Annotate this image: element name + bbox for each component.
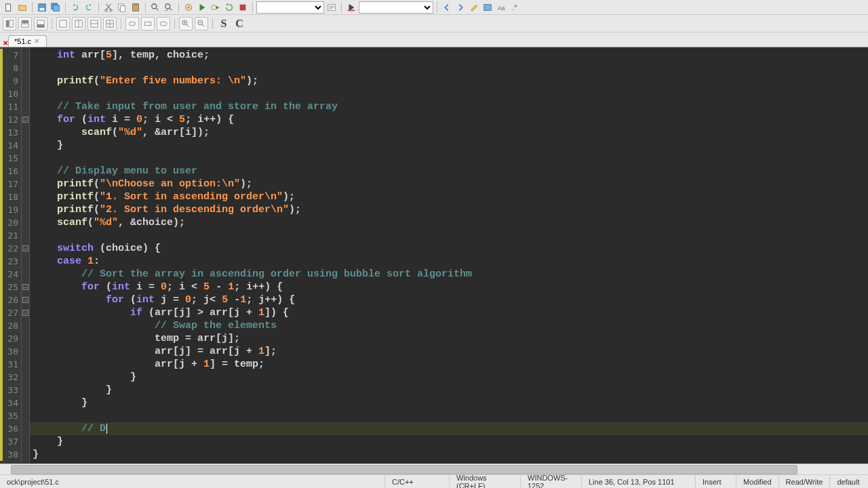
svg-rect-22 xyxy=(6,20,9,27)
svg-rect-8 xyxy=(120,5,125,12)
save-icon[interactable] xyxy=(36,1,48,14)
status-encoding[interactable]: WINDOWS-1252 xyxy=(521,475,582,488)
close-all-tabs-icon[interactable]: ✕ xyxy=(3,39,8,47)
paste-icon[interactable] xyxy=(130,1,142,14)
abort-icon[interactable] xyxy=(237,1,249,14)
target-dropdown[interactable] xyxy=(256,1,324,14)
shape3-icon[interactable] xyxy=(157,17,170,30)
replace-icon[interactable] xyxy=(163,1,175,14)
toolbar-separator xyxy=(65,2,66,13)
svg-rect-10 xyxy=(134,3,137,5)
status-default[interactable]: default xyxy=(830,475,868,488)
layout1-icon[interactable] xyxy=(56,17,70,30)
svg-rect-28 xyxy=(60,20,67,27)
panel1-icon[interactable] xyxy=(3,17,16,30)
status-path: ock\project\51.c xyxy=(0,475,385,488)
regex-icon[interactable]: .* xyxy=(509,1,521,14)
status-insert-mode[interactable]: Insert xyxy=(696,475,736,488)
status-language[interactable]: C/C++ xyxy=(385,475,450,488)
svg-rect-18 xyxy=(348,9,355,11)
svg-rect-25 xyxy=(22,24,29,27)
undo-icon[interactable] xyxy=(69,1,81,14)
toolbar-separator xyxy=(98,2,99,13)
svg-rect-36 xyxy=(130,22,136,25)
svg-rect-24 xyxy=(22,20,29,22)
nav-back-icon[interactable] xyxy=(441,1,453,14)
cut-icon[interactable] xyxy=(102,1,115,14)
highlight-icon[interactable] xyxy=(468,1,480,14)
svg-rect-38 xyxy=(161,22,167,25)
toolbar-separator xyxy=(252,2,253,13)
tab-bar: ✕ *51.c ✕ xyxy=(0,33,868,47)
svg-point-12 xyxy=(165,3,170,8)
file-tab[interactable]: *51.c ✕ xyxy=(8,35,47,47)
toolbar-separator xyxy=(32,2,33,13)
rebuild-icon[interactable] xyxy=(223,1,235,14)
toolbar-separator xyxy=(212,18,213,29)
svg-rect-23 xyxy=(9,20,13,27)
zoom-out-icon[interactable] xyxy=(195,17,208,30)
status-position: Line 36, Col 13, Pos 1101 xyxy=(582,475,696,488)
code-area[interactable]: int arr[5], temp, choice; printf("Enter … xyxy=(30,47,868,464)
horizontal-scrollbar[interactable] xyxy=(0,464,868,474)
fold-gutter: ----- xyxy=(22,47,30,464)
toolbar-separator xyxy=(174,18,175,29)
run-icon[interactable] xyxy=(196,1,208,14)
status-modified: Modified xyxy=(736,475,779,488)
new-file-icon[interactable] xyxy=(3,1,15,14)
svg-rect-2 xyxy=(40,7,45,10)
zoom-in-icon[interactable] xyxy=(179,17,193,30)
build-run-icon[interactable] xyxy=(210,1,222,14)
tab-close-icon[interactable]: ✕ xyxy=(34,38,41,45)
target-settings-icon[interactable] xyxy=(326,1,338,14)
line-number-gutter: 7891011121314151617181920212223242526272… xyxy=(3,47,22,464)
svg-point-15 xyxy=(212,5,216,9)
toolbar-separator xyxy=(341,2,342,13)
layout3-icon[interactable] xyxy=(87,17,101,30)
letter-s-button[interactable]: S xyxy=(217,18,231,30)
toolbar-separator xyxy=(52,18,52,29)
toolbar-separator xyxy=(437,2,437,13)
build-icon[interactable] xyxy=(182,1,195,14)
redo-icon[interactable] xyxy=(83,1,95,14)
shape1-icon[interactable] xyxy=(125,17,139,30)
toolbar-separator xyxy=(178,2,179,13)
save-all-icon[interactable] xyxy=(50,1,62,14)
shape2-icon[interactable] xyxy=(141,17,155,30)
panel2-icon[interactable] xyxy=(18,17,32,30)
find-icon[interactable] xyxy=(149,1,161,14)
toolbar-separator xyxy=(121,18,121,29)
debug-run-icon[interactable] xyxy=(345,1,357,14)
secondary-toolbar: S C xyxy=(0,15,868,33)
tab-label: *51.c xyxy=(14,37,31,45)
svg-point-14 xyxy=(187,6,190,9)
letter-c-button[interactable]: C xyxy=(233,18,246,30)
main-toolbar: Aa .* xyxy=(0,0,868,15)
bookmark-icon[interactable] xyxy=(481,1,494,14)
svg-rect-27 xyxy=(37,24,45,26)
debug-dropdown[interactable] xyxy=(359,1,433,14)
copy-icon[interactable] xyxy=(116,1,128,14)
svg-text:.*: .* xyxy=(513,3,517,11)
svg-text:Aa: Aa xyxy=(498,4,505,11)
layout2-icon[interactable] xyxy=(72,17,85,30)
editor: 7891011121314151617181920212223242526272… xyxy=(0,47,868,464)
status-readwrite: Read/Write xyxy=(779,475,831,488)
svg-rect-16 xyxy=(240,4,246,10)
scrollbar-thumb[interactable] xyxy=(11,465,797,474)
open-file-icon[interactable] xyxy=(16,1,28,14)
toolbar-separator xyxy=(145,2,146,13)
svg-rect-37 xyxy=(145,22,151,25)
status-bar: ock\project\51.c C/C++ Windows (CR+LF) W… xyxy=(0,474,868,488)
match-case-icon[interactable]: Aa xyxy=(495,1,507,14)
nav-forward-icon[interactable] xyxy=(454,1,467,14)
svg-rect-19 xyxy=(484,4,492,10)
svg-point-11 xyxy=(152,3,157,8)
svg-rect-4 xyxy=(54,5,60,11)
status-eol[interactable]: Windows (CR+LF) xyxy=(450,475,521,488)
layout4-icon[interactable] xyxy=(103,17,117,30)
panel3-icon[interactable] xyxy=(34,17,47,30)
